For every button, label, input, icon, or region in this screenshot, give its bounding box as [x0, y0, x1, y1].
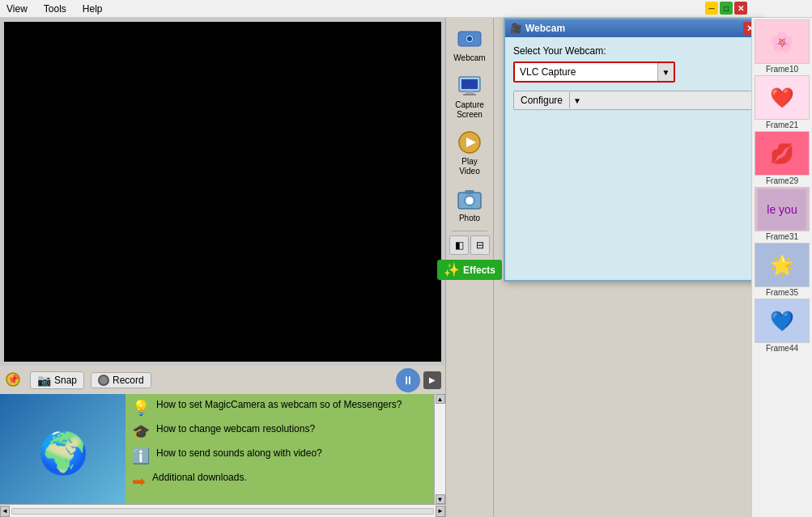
frame-label: Frame44 — [766, 344, 798, 353]
frame-label: Frame31 — [766, 232, 798, 241]
dialog-content-area — [513, 110, 753, 272]
record-button[interactable]: Record — [91, 372, 151, 388]
play-video-label: Play Video — [451, 157, 488, 176]
frame-thumb: le you — [755, 187, 810, 231]
svg-text:📌: 📌 — [7, 373, 19, 385]
frame-item[interactable]: 🌸 Frame10 — [754, 19, 810, 74]
play-video-tool-button[interactable]: Play Video — [449, 125, 490, 180]
frame-label: Frame35 — [766, 288, 798, 297]
frame-thumb: ❤️ — [755, 75, 810, 120]
webcam-selected-value: VLC Capture — [515, 64, 657, 80]
configure-button[interactable]: Configure ▼ — [513, 91, 753, 110]
adjust-buttons: ◧ ⊟ — [449, 235, 490, 255]
frame-item[interactable]: ❤️ Frame21 — [754, 75, 810, 129]
menu-tools[interactable]: Tools — [40, 2, 70, 15]
webcam-select-arrow[interactable]: ▼ — [657, 63, 674, 81]
capture-screen-icon — [455, 71, 484, 100]
svg-point-4 — [467, 36, 472, 41]
win-close-button[interactable]: ✕ — [734, 2, 747, 15]
configure-arrow-icon[interactable]: ▼ — [570, 91, 585, 109]
pin-button[interactable]: 📌 — [4, 371, 23, 390]
capture-screen-label: Capture Screen — [451, 100, 488, 120]
dialog-body: Select Your Webcam: VLC Capture ▼ Config… — [505, 37, 761, 280]
frame-item[interactable]: 💋 Frame29 — [754, 131, 810, 185]
effects-button[interactable]: ✨ Effects — [437, 260, 502, 280]
capture-screen-tool-button[interactable]: Capture Screen — [449, 68, 490, 123]
effects-label: Effects — [463, 265, 495, 276]
frame-thumb: 🌟 — [755, 243, 810, 287]
frame-label: Frame10 — [766, 65, 798, 74]
webcam-dialog: 🎥 Webcam ✕ Select Your Webcam: VLC Captu… — [504, 18, 763, 282]
webcam-select-container: VLC Capture ▼ — [513, 61, 675, 83]
frame-item[interactable]: 💙 Frame44 — [754, 299, 810, 353]
play-video-icon — [455, 128, 484, 157]
arrow-icon: ➡ — [132, 472, 146, 491]
info-row-4: ➡ Additional downloads. — [132, 472, 427, 491]
info-image: 🌍 — [0, 394, 125, 504]
stop-button[interactable]: ▶ — [423, 371, 441, 389]
frame-label: Frame21 — [766, 121, 798, 129]
scroll-left[interactable]: ◄ — [0, 506, 10, 517]
svg-rect-6 — [461, 79, 478, 89]
frame-thumb: 🌸 — [755, 19, 810, 64]
photo-tool-button[interactable]: Photo — [449, 181, 490, 227]
svg-rect-14 — [465, 190, 474, 194]
menubar: View Tools Help ─ □ ✕ — [0, 0, 812, 18]
video-preview — [4, 22, 441, 362]
frames-panel: 🌸 Frame10 ❤️ Frame21 💋 Frame29 le you Fr… — [751, 18, 812, 517]
scroll-down[interactable]: ▼ — [436, 494, 445, 504]
frame-item[interactable]: 🌟 Frame35 — [754, 243, 810, 297]
effects-area: ✨ Effects — [437, 260, 502, 280]
dialog-title: 🎥 Webcam — [510, 23, 565, 34]
left-panel: 📌 📷 Snap Record ⏸ ▶ 🌍 — [0, 18, 445, 517]
svg-text:le you: le you — [767, 203, 797, 216]
configure-label: Configure — [514, 92, 570, 108]
bottom-toolbar: 📌 📷 Snap Record ⏸ ▶ — [0, 366, 445, 394]
scroll-track[interactable] — [11, 508, 434, 515]
frame-thumb: 💋 — [755, 131, 810, 176]
info-scrollbar[interactable]: ▲ ▼ — [434, 394, 445, 504]
menu-view[interactable]: View — [3, 2, 31, 15]
win-minimize-button[interactable]: ─ — [705, 2, 718, 15]
info-panel: 🌍 💡 How to set MagicCamera as webcam so … — [0, 394, 445, 504]
info-row-3: ℹ️ How to send sounds along with video? — [132, 447, 427, 465]
webcam-label: Webcam — [453, 53, 485, 63]
frame-item[interactable]: le you Frame31 — [754, 187, 810, 241]
frame-thumb: 💙 — [755, 299, 810, 343]
frame-label: Frame29 — [766, 176, 798, 185]
menu-help[interactable]: Help — [79, 2, 106, 15]
dialog-titlebar: 🎥 Webcam ✕ — [505, 19, 761, 37]
info-text-area: 💡 How to set MagicCamera as webcam so of… — [125, 394, 434, 504]
win-maximize-button[interactable]: □ — [720, 2, 733, 15]
svg-point-13 — [466, 197, 473, 204]
svg-rect-8 — [463, 94, 476, 95]
bottom-scrollbar[interactable]: ◄ ► — [0, 504, 445, 517]
pause-button[interactable]: ⏸ — [396, 368, 420, 392]
info-row-2: 🎓 How to change webcam resolutions? — [132, 423, 427, 441]
info-row-1: 💡 How to set MagicCamera as webcam so of… — [132, 399, 427, 417]
adjust-left-button[interactable]: ◧ — [449, 235, 469, 255]
graduation-icon: 🎓 — [132, 423, 150, 441]
snap-button[interactable]: 📷 Snap — [30, 371, 84, 389]
lightbulb-icon: 💡 — [132, 399, 150, 417]
info-icon: ℹ️ — [132, 447, 150, 465]
win-controls: ─ □ ✕ — [705, 2, 747, 15]
photo-icon — [455, 184, 484, 214]
photo-label: Photo — [459, 214, 480, 223]
scroll-right[interactable]: ► — [436, 506, 445, 517]
webcam-tool-button[interactable]: Webcam — [449, 21, 490, 66]
effects-icon: ✨ — [444, 262, 460, 278]
select-webcam-label: Select Your Webcam: — [513, 45, 753, 57]
adjust-right-button[interactable]: ⊟ — [470, 235, 490, 255]
svg-rect-7 — [466, 91, 474, 94]
webcam-icon — [455, 24, 484, 53]
scroll-up[interactable]: ▲ — [436, 394, 445, 404]
dialog-title-text: Webcam — [525, 23, 565, 34]
toolbar-separator — [452, 231, 487, 231]
right-toolbar: Webcam Capture Screen Play — [445, 18, 494, 517]
webcam-dialog-icon: 🎥 — [510, 23, 522, 34]
